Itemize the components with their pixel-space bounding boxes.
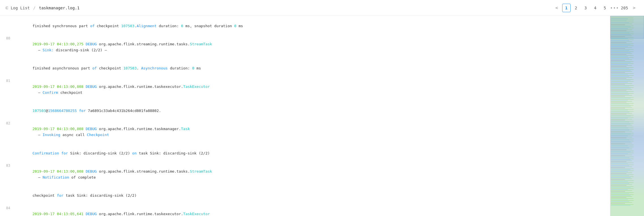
svg-rect-12 — [611, 30, 632, 30]
svg-rect-3 — [611, 21, 626, 21]
svg-rect-149 — [611, 166, 629, 166]
svg-rect-70 — [611, 87, 634, 88]
svg-rect-147 — [611, 164, 628, 164]
svg-rect-75 — [611, 92, 628, 92]
page-1-button[interactable]: 1 — [562, 4, 571, 12]
svg-rect-93 — [611, 110, 628, 110]
svg-rect-63 — [611, 80, 631, 81]
svg-rect-170 — [611, 187, 634, 187]
svg-rect-72 — [611, 89, 632, 90]
log-row-83: 83 2019-09-17 04:13:00,808 DEBUG org.apa… — [0, 162, 610, 187]
svg-rect-119 — [611, 136, 628, 136]
svg-rect-150 — [611, 167, 632, 167]
svg-rect-123 — [611, 140, 629, 140]
svg-rect-65 — [611, 82, 628, 82]
svg-rect-86 — [611, 103, 634, 103]
svg-rect-169 — [611, 185, 626, 186]
svg-rect-183 — [611, 199, 628, 200]
svg-rect-185 — [611, 201, 629, 202]
svg-rect-179 — [611, 195, 631, 196]
svg-rect-129 — [611, 146, 628, 146]
svg-rect-121 — [611, 138, 626, 138]
svg-rect-160 — [611, 177, 634, 177]
svg-rect-57 — [611, 74, 628, 75]
log-text-82: 2019-09-17 04:13:00,808 DEBUG org.apache… — [15, 120, 610, 144]
svg-rect-97 — [611, 114, 626, 114]
line-num-82: 82 — [0, 120, 15, 126]
svg-rect-144 — [611, 161, 632, 161]
page-5-button[interactable]: 5 — [601, 4, 609, 12]
svg-rect-156 — [611, 173, 632, 173]
svg-rect-130 — [611, 147, 634, 147]
svg-rect-139 — [611, 156, 625, 156]
svg-rect-141 — [611, 158, 629, 158]
svg-rect-48 — [611, 65, 632, 66]
svg-rect-105 — [611, 122, 629, 122]
svg-rect-9 — [611, 27, 631, 27]
svg-rect-158 — [611, 175, 634, 175]
svg-rect-91 — [611, 108, 625, 108]
svg-rect-140 — [611, 157, 634, 157]
svg-rect-88 — [611, 105, 634, 105]
svg-rect-100 — [611, 117, 634, 117]
log-text-81: 2019-09-17 04:13:00,808 DEBUG org.apache… — [15, 78, 610, 101]
svg-rect-5 — [611, 23, 629, 23]
svg-rect-67 — [611, 84, 625, 84]
svg-rect-11 — [611, 29, 628, 29]
svg-rect-52 — [611, 69, 634, 70]
prev-page-button[interactable]: < — [553, 4, 561, 12]
svg-rect-127 — [611, 144, 625, 144]
line-num-81: 81 — [0, 78, 15, 84]
svg-rect-18 — [611, 36, 632, 36]
log-list-link[interactable]: Log List — [11, 6, 30, 10]
svg-rect-159 — [611, 175, 629, 176]
svg-rect-43 — [611, 60, 625, 61]
svg-rect-30 — [611, 48, 632, 48]
svg-rect-1 — [611, 19, 628, 19]
svg-rect-23 — [611, 41, 629, 41]
svg-rect-56 — [611, 73, 634, 74]
svg-rect-151 — [611, 168, 625, 168]
svg-rect-20 — [611, 38, 634, 38]
svg-rect-138 — [611, 155, 632, 155]
svg-rect-168 — [611, 185, 632, 185]
svg-rect-117 — [611, 134, 631, 134]
svg-rect-187 — [611, 203, 625, 204]
svg-rect-38 — [611, 56, 634, 56]
svg-rect-161 — [611, 177, 631, 178]
svg-rect-79 — [611, 96, 625, 96]
line-num-empty — [0, 17, 15, 18]
svg-rect-16 — [611, 34, 634, 34]
svg-rect-95 — [611, 112, 629, 112]
svg-rect-53 — [611, 70, 631, 71]
svg-rect-125 — [611, 142, 631, 142]
svg-rect-37 — [611, 54, 626, 55]
svg-rect-180 — [611, 196, 632, 197]
svg-rect-153 — [611, 170, 631, 170]
svg-rect-126 — [611, 143, 632, 143]
svg-rect-74 — [611, 91, 634, 92]
svg-rect-90 — [611, 107, 632, 107]
minimap[interactable] — [610, 16, 644, 216]
log-text-84: 2019-09-17 04:13:05,641 DEBUG org.apache… — [15, 205, 610, 216]
log-text-80-cont: finished asynchronous part of checkpoint… — [15, 60, 610, 77]
svg-rect-31 — [611, 48, 625, 49]
page-3-button[interactable]: 3 — [581, 4, 590, 12]
last-page-button[interactable]: 205 — [620, 4, 629, 12]
log-row-80: 80 2019-09-17 04:13:00,275 DEBUG org.apa… — [0, 35, 610, 59]
svg-rect-24 — [611, 42, 632, 42]
svg-rect-7 — [611, 25, 625, 25]
page-4-button[interactable]: 4 — [591, 4, 600, 12]
svg-rect-69 — [611, 86, 629, 86]
svg-rect-177 — [611, 193, 629, 194]
svg-rect-176 — [611, 192, 634, 193]
svg-rect-189 — [611, 205, 631, 206]
page-2-button[interactable]: 2 — [572, 4, 580, 12]
svg-rect-148 — [611, 165, 634, 165]
log-text-header: finished synchronous part of checkpoint … — [15, 17, 610, 35]
svg-rect-47 — [611, 64, 628, 65]
svg-rect-82 — [611, 99, 634, 99]
next-page-button[interactable]: > — [630, 4, 638, 12]
svg-rect-60 — [611, 77, 632, 78]
svg-rect-181 — [611, 197, 626, 198]
